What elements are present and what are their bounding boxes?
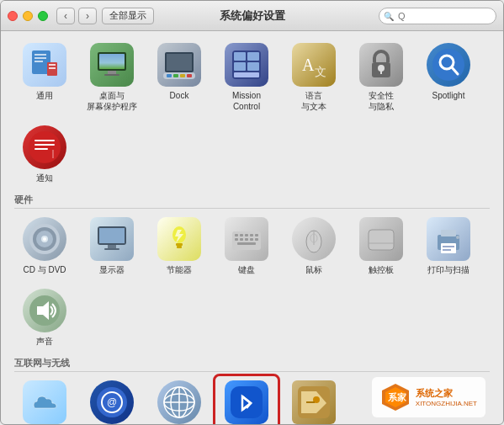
svg-rect-35 bbox=[34, 144, 55, 146]
monitor-label: 显示器 bbox=[99, 264, 125, 275]
svg-rect-13 bbox=[167, 54, 192, 71]
svg-rect-73 bbox=[443, 249, 451, 251]
spotlight-label: Spotlight bbox=[432, 90, 465, 101]
mail-icon: @ bbox=[90, 380, 134, 424]
icon-item-dock[interactable]: Dock bbox=[149, 40, 210, 115]
icon-item-print[interactable]: 打印与扫描 bbox=[418, 214, 479, 279]
svg-rect-58 bbox=[245, 238, 248, 241]
keyboard-icon bbox=[225, 217, 268, 261]
mouse-label: 鼠标 bbox=[305, 264, 322, 275]
svg-rect-55 bbox=[255, 234, 258, 236]
icon-item-energy[interactable]: 节能器 bbox=[149, 214, 210, 279]
svg-rect-21 bbox=[247, 52, 259, 61]
sound-label: 声音 bbox=[36, 336, 53, 347]
titlebar: ‹ › 全部显示 系统偏好设置 bbox=[1, 1, 503, 31]
svg-rect-17 bbox=[180, 74, 185, 77]
icon-item-trackpad[interactable]: 触控板 bbox=[351, 214, 411, 279]
svg-rect-34 bbox=[34, 140, 55, 141]
trackpad-icon bbox=[359, 217, 403, 261]
share-icon bbox=[292, 380, 336, 424]
icon-item-bluetooth[interactable]: 蓝牙 bbox=[216, 377, 277, 424]
watermark: 系家 系统之家 XITONGZHIJIA.NET bbox=[372, 377, 485, 417]
lang-icon: A 文 bbox=[292, 43, 336, 87]
minimize-button[interactable] bbox=[23, 11, 33, 21]
icon-item-cddvd[interactable]: CD 与 DVD bbox=[14, 214, 75, 279]
maximize-button[interactable] bbox=[38, 11, 48, 21]
icon-item-lang[interactable]: A 文 语言与文本 bbox=[284, 40, 344, 115]
icon-item-desktop[interactable]: 桌面与屏幕保护程序 bbox=[82, 40, 142, 115]
general-icon bbox=[23, 43, 66, 87]
content-area: 通用 bbox=[1, 31, 503, 424]
svg-rect-51 bbox=[235, 234, 238, 236]
svg-rect-24 bbox=[234, 72, 259, 77]
search-box[interactable] bbox=[379, 8, 496, 24]
icon-item-share[interactable]: 共享 bbox=[284, 377, 344, 424]
svg-rect-11 bbox=[104, 74, 119, 76]
svg-rect-49 bbox=[177, 246, 182, 248]
icon-item-notify[interactable]: 通知 bbox=[14, 122, 75, 187]
keyboard-label: 键盘 bbox=[238, 264, 255, 275]
security-icon bbox=[359, 43, 403, 87]
close-button[interactable] bbox=[8, 11, 18, 21]
icon-item-general[interactable]: 通用 bbox=[14, 40, 75, 115]
show-all-button[interactable]: 全部显示 bbox=[102, 8, 154, 24]
svg-rect-48 bbox=[176, 243, 183, 246]
energy-icon bbox=[157, 217, 201, 261]
mission-icon bbox=[225, 43, 268, 87]
security-label: 安全性与隐私 bbox=[369, 90, 394, 112]
svg-text:A: A bbox=[302, 56, 315, 74]
hardware-section-label: 硬件 bbox=[14, 194, 490, 209]
svg-rect-66 bbox=[369, 230, 394, 250]
back-button[interactable]: ‹ bbox=[56, 8, 75, 24]
svg-rect-15 bbox=[167, 74, 172, 77]
svg-text:系家: 系家 bbox=[388, 392, 407, 402]
icon-item-mission[interactable]: MissionControl bbox=[216, 40, 277, 115]
svg-rect-36 bbox=[34, 148, 48, 150]
svg-rect-54 bbox=[250, 234, 253, 236]
desktop-icon bbox=[90, 43, 134, 87]
icon-item-monitor[interactable]: 显示器 bbox=[82, 214, 142, 279]
monitor-icon bbox=[90, 217, 134, 261]
icon-item-security[interactable]: 安全性与隐私 bbox=[351, 40, 411, 115]
svg-rect-60 bbox=[255, 238, 258, 241]
dock-label: Dock bbox=[170, 90, 189, 101]
icon-item-mail[interactable]: @ 邮件、通讯录、日历 bbox=[82, 377, 142, 424]
traffic-lights bbox=[8, 11, 48, 21]
network-icon bbox=[157, 380, 201, 424]
svg-rect-10 bbox=[108, 71, 116, 74]
svg-rect-9 bbox=[99, 54, 125, 69]
desktop-label: 桌面与屏幕保护程序 bbox=[87, 90, 137, 112]
window-title: 系统偏好设置 bbox=[220, 8, 285, 24]
icon-item-icloud[interactable]: iCloud bbox=[14, 377, 75, 424]
svg-point-42 bbox=[43, 237, 46, 241]
svg-rect-70 bbox=[441, 230, 456, 236]
trackpad-label: 触控板 bbox=[369, 264, 394, 275]
svg-rect-46 bbox=[104, 248, 119, 250]
cddvd-icon bbox=[23, 217, 66, 261]
mouse-icon bbox=[292, 217, 336, 261]
nav-buttons: ‹ › bbox=[56, 8, 97, 24]
svg-rect-6 bbox=[49, 67, 56, 69]
svg-rect-53 bbox=[245, 234, 248, 236]
icon-item-sound[interactable]: 声音 bbox=[14, 285, 75, 350]
search-input[interactable] bbox=[379, 8, 496, 24]
svg-rect-57 bbox=[240, 238, 243, 241]
bluetooth-icon bbox=[225, 380, 268, 424]
svg-rect-1 bbox=[34, 54, 46, 56]
icon-item-spotlight[interactable]: Spotlight bbox=[418, 40, 479, 115]
svg-rect-56 bbox=[235, 238, 238, 241]
svg-text:@: @ bbox=[107, 396, 117, 408]
internet-section-wrapper: iCloud @ 邮件、通讯录、日历 bbox=[14, 377, 490, 424]
notify-label: 通知 bbox=[36, 173, 53, 183]
forward-button[interactable]: › bbox=[78, 8, 97, 24]
icon-item-mouse[interactable]: 鼠标 bbox=[284, 214, 344, 279]
spotlight-icon bbox=[427, 43, 470, 87]
svg-rect-22 bbox=[234, 62, 246, 71]
svg-rect-44 bbox=[99, 228, 125, 243]
icon-item-network[interactable]: 网络 bbox=[149, 377, 210, 424]
svg-rect-45 bbox=[108, 245, 116, 248]
svg-rect-2 bbox=[34, 57, 46, 59]
icon-item-keyboard[interactable]: 键盘 bbox=[216, 214, 277, 279]
svg-rect-59 bbox=[250, 238, 253, 241]
sound-icon bbox=[23, 289, 66, 332]
